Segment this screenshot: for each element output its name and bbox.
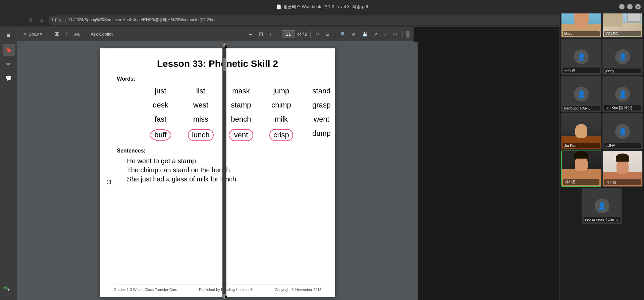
window-title: 홈클레스 Workbook_조1-3 Level 3_최종.pdf (283, 4, 368, 10)
thumbnails-button[interactable]: ≡ (3, 30, 15, 42)
word-fast: fast (141, 114, 181, 125)
ask-copilot-button[interactable]: Ask Copilot (89, 30, 115, 38)
words-section: Words: just list mask jump stand desk we… (114, 76, 322, 142)
forward-button[interactable]: › (14, 15, 23, 25)
scroll-up-arrow[interactable]: ▲ (223, 43, 226, 48)
side-panel-button[interactable]: ⊟ (324, 30, 331, 38)
scroll-thumb[interactable] (223, 58, 226, 71)
pdf-content-area: Lesson 33: Phonetic Skill 2 Words: just … (17, 42, 418, 300)
page-number-input[interactable] (282, 30, 295, 38)
address-bar[interactable]: ℹ File | D:/2024/Spring%20Semester-April… (48, 15, 599, 25)
jenny-avatar: 👤 (615, 49, 630, 64)
crisp-circle: crisp (269, 129, 293, 141)
word-mask: mask (221, 85, 261, 97)
pdf-toolbar: ✏ Draw ▾ ⌫ T Aa Ask Copilot – ⊡ + of 72 … (17, 27, 414, 42)
sentences-section: Sentences: He went to get a stamp. The c… (114, 148, 322, 183)
draw-icon: ✏ (23, 32, 27, 37)
refresh-button[interactable]: ↺ (25, 15, 35, 25)
word-went: went (302, 114, 342, 125)
word-dump: dump (302, 128, 342, 142)
participants-panel: Mary YGLEC 👤 문세빈 👤 jenny (559, 0, 644, 300)
participant-moon: 👤 문세빈 (561, 39, 601, 75)
page-of-label: of 72 (297, 32, 307, 37)
scroll-down-arrow[interactable]: ▼ (223, 294, 226, 299)
participant-name-yglec: YGLEC (604, 31, 641, 36)
participant-ian: 👤 Ian Kim [김이언] (602, 76, 643, 112)
seongyeon-avatar: 👤 (595, 199, 609, 213)
word-lunch-circled: lunch (181, 128, 221, 142)
participant-jenny: 👤 jenny (602, 39, 643, 75)
pdf-footer: Grades 1-3 Whole Class Transfer Card Pub… (114, 285, 322, 292)
page-number-vertical: 12 (106, 179, 112, 185)
word-milk: milk (261, 114, 302, 125)
draw-chevron-icon: ▾ (40, 32, 42, 37)
ian-avatar: 👤 (615, 87, 630, 101)
draw-tool-button[interactable]: ✏ Draw ▾ (21, 30, 44, 38)
participant-name-jia: Jia Kim (563, 143, 600, 148)
back-button[interactable]: ‹ (3, 15, 12, 25)
print-button[interactable]: 🖨 (350, 30, 358, 38)
left-sidebar-panel: ≡ 🔖 ✏ 💬 + (0, 27, 17, 300)
bookmarks-button[interactable]: 🔖 (3, 44, 15, 56)
toolbar-sep-5 (335, 31, 335, 38)
participant-leeseeon: 이시온 (561, 151, 601, 187)
words-grid: just list mask jump stand desk west stam… (114, 85, 322, 142)
browser-address-bar: ‹ › ↺ ⌂ ℹ File | D:/2024/Spring%20Semest… (0, 13, 644, 27)
maximize-button[interactable]: □ (627, 4, 633, 9)
address-path-text: D:/2024/Spring%20Semester-April~June/RHD… (69, 17, 582, 23)
word-west: west (181, 99, 221, 111)
search-button[interactable]: 🔍 (338, 30, 348, 38)
word-buff-circled: buff (141, 128, 181, 142)
sentences-label: Sentences: (117, 148, 322, 154)
pen-tool-indicator: ✏ (3, 284, 13, 293)
pdf-page: Lesson 33: Phonetic Skill 2 Words: just … (100, 48, 335, 297)
footer-right: Copyright © November 2015 (275, 288, 322, 292)
participant-name-leeseeon: 이시온 (563, 179, 599, 185)
close-button[interactable]: ✕ (635, 4, 641, 9)
window-controls: – □ ✕ (619, 4, 641, 9)
pdf-page-title: Lesson 33: Phonetic Skill 2 (114, 58, 322, 69)
share-button[interactable]: ↗ (372, 30, 379, 38)
eraser-button[interactable]: ⌫ (51, 30, 61, 38)
vent-circle: vent (229, 129, 254, 141)
participant-grid: Mary YGLEC 👤 문세빈 👤 jenny (561, 1, 643, 224)
home-button[interactable]: ⌂ (37, 15, 46, 25)
comment-button[interactable]: 💬 (3, 72, 15, 84)
word-stamp: stamp (221, 99, 261, 111)
participant-hanbyoul: 👤 hanbyoul PARK (561, 76, 601, 112)
eraser-icon: ⌫ (53, 32, 59, 37)
toolbar-sep-3 (278, 31, 278, 38)
moon-avatar: 👤 (574, 49, 589, 64)
pen-draw-button[interactable]: ✏ (3, 58, 15, 70)
participant-name-leeseewol: 이시월 (604, 179, 641, 185)
buff-circle: buff (150, 129, 171, 141)
toolbar-sep-4 (310, 31, 311, 38)
toolbar-sep-2 (85, 31, 85, 38)
textbox-icon: T (65, 32, 68, 37)
hanbyoul-avatar: 👤 (574, 87, 589, 101)
font-button[interactable]: Aa (72, 30, 82, 38)
zoom-out-button[interactable]: – (247, 30, 255, 38)
toolbar-sep-6 (402, 31, 403, 38)
word-jump: jump (261, 85, 302, 97)
vertical-scrollbar[interactable]: ▲ ▼ (222, 42, 226, 300)
participant-name-hanbyoul: hanbyoul PARK (563, 106, 600, 111)
lunch-circle: lunch (188, 129, 214, 141)
more-settings-button[interactable]: ⚙ (391, 30, 399, 38)
word-desk: desk (141, 99, 181, 111)
zoom-in-button[interactable]: + (267, 30, 275, 38)
minimize-button[interactable]: – (619, 4, 625, 9)
participant-seongyeon: 👤 seong yeon（claire） (582, 188, 622, 224)
participant-name-luna: LUNA (604, 143, 641, 148)
word-stand: stand (302, 85, 342, 97)
save-button[interactable]: 💾 (360, 30, 370, 38)
participant-jia: Jia Kim (561, 113, 601, 149)
participant-leeseewol: 이시월 (602, 151, 643, 187)
text-box-button[interactable]: T (63, 30, 70, 38)
fullscreen-button[interactable]: ⤢ (381, 30, 389, 38)
participant-name-seongyeon: seong yeon（claire） (584, 217, 621, 222)
fit-page-button[interactable]: ⊡ (257, 30, 265, 38)
rotate-button[interactable]: ↺ (314, 30, 322, 38)
word-vent-circled: vent (221, 128, 261, 142)
participant-name-ian: Ian Kim [김이언] (604, 105, 641, 111)
